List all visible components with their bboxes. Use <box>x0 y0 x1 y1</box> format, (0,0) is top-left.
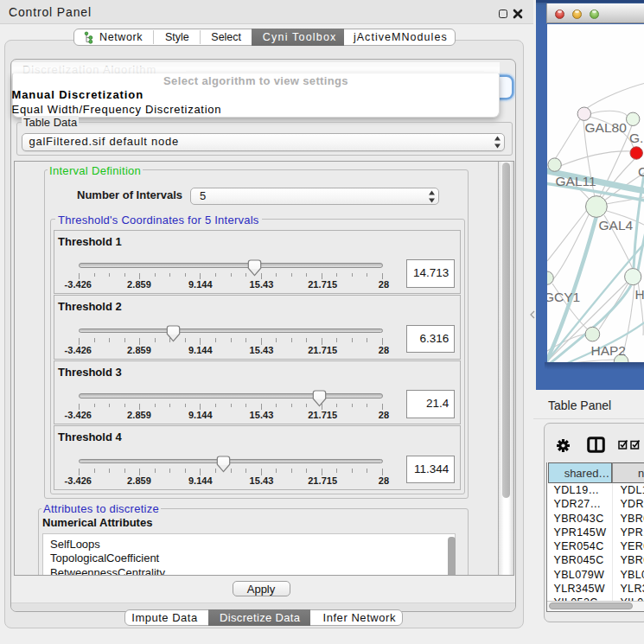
svg-text:G.: G. <box>629 131 643 145</box>
svg-text:GAL80: GAL80 <box>585 119 628 134</box>
svg-text:H: H <box>635 286 644 301</box>
svg-text:HAP2: HAP2 <box>591 342 627 357</box>
svg-text:GCY1: GCY1 <box>547 289 580 303</box>
svg-text:C: C <box>638 164 644 179</box>
svg-text:GAL4: GAL4 <box>599 217 634 232</box>
svg-text:GAL11: GAL11 <box>556 173 596 188</box>
